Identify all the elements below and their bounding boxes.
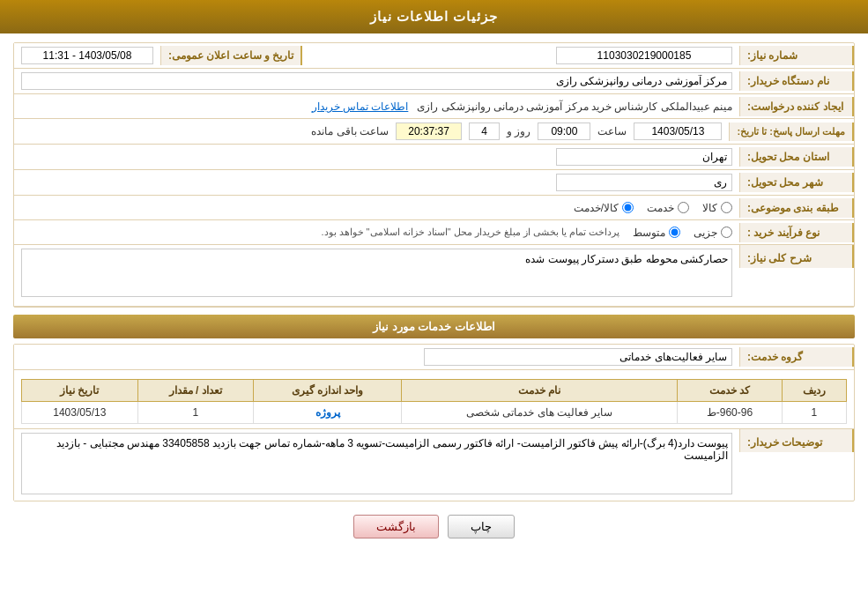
nooe-jozi-option[interactable]: جزیی — [694, 227, 732, 239]
shahr-label: شهر محل تحویل: — [739, 173, 854, 192]
tabaqe-khedmat-label: خدمت — [647, 202, 674, 214]
col-kod: کد خدمت — [678, 380, 782, 402]
tabaqe-label: طبقه بندی موضوعی: — [739, 198, 854, 218]
tabaqe-khedmat-radio[interactable] — [678, 202, 689, 213]
sharh-label: شرح کلی نیاز: — [739, 245, 854, 268]
tozihat-textarea[interactable]: پیوست دارد(4 برگ)-ارائه پیش فاکتور الزام… — [21, 433, 732, 494]
daststgah-label: نام دستگاه خریدار: — [739, 71, 854, 91]
shomara-input[interactable] — [556, 47, 732, 64]
daststgah-input[interactable] — [21, 72, 732, 90]
col-tarikh: تاریخ نیاز — [22, 380, 138, 402]
nooe-motevaset-label: متوسط — [633, 227, 665, 239]
sharh-textarea[interactable]: حصارکشی محوطه طبق دسترکار پیوست شده — [21, 249, 732, 297]
nooe-jozi-label: جزیی — [694, 227, 717, 239]
cell-tedad: 1 — [137, 402, 253, 424]
ijad-value: مینم عبیدالملکی کارشناس خرید مرکز آموزشی… — [417, 100, 732, 113]
page-wrapper: جزئیات اطلاعات نیاز شماره نیاز: تاریخ و … — [0, 0, 868, 609]
shomara-label: شماره نیاز: — [739, 46, 854, 65]
nooe-label: نوع فرآیند خرید : — [739, 223, 854, 242]
chap-button[interactable]: چاپ — [448, 515, 515, 538]
cell-kod: 960-96-ط — [678, 402, 782, 424]
tabaqe-kala-khedmat-option[interactable]: کالا/خدمت — [574, 202, 634, 214]
button-row: چاپ بازگشت — [13, 515, 855, 538]
nooe-jozi-radio[interactable] — [721, 227, 732, 238]
mohlat-baqi-label: ساعت باقی مانده — [311, 125, 389, 137]
page-header: جزئیات اطلاعات نیاز — [0, 0, 868, 33]
ijad-label: ایجاد کننده درخواست: — [739, 97, 854, 116]
mohlat-baqi-input[interactable] — [396, 123, 462, 140]
col-vahed: واحد اندازه گیری — [253, 380, 401, 402]
tarikh-label: تاریخ و ساعت اعلان عمومی: — [160, 46, 302, 65]
ostan-label: استان محل تحویل: — [739, 147, 854, 167]
cell-name: سایر فعالیت های خدماتی شخصی — [402, 402, 678, 424]
grouh-label: گروه خدمت: — [739, 347, 854, 367]
service-section-header: اطلاعات خدمات مورد نیاز — [13, 315, 855, 338]
main-content: شماره نیاز: تاریخ و ساعت اعلان عمومی: نا… — [0, 33, 868, 547]
page-title: جزئیات اطلاعات نیاز — [370, 9, 498, 24]
bazgasht-button[interactable]: بازگشت — [353, 515, 439, 538]
tabaqe-kala-option[interactable]: کالا — [702, 202, 732, 214]
grouh-input[interactable] — [424, 348, 732, 366]
tarikh-input[interactable] — [21, 47, 153, 64]
nooe-desc: پرداخت تمام یا بخشی از مبلغ خریدار محل "… — [321, 227, 619, 238]
col-tedad: تعداد / مقدار — [137, 380, 253, 402]
mohlat-saat-label: ساعت — [597, 125, 627, 137]
ostan-input[interactable] — [556, 148, 732, 166]
mohlat-roz-label: روز و — [507, 125, 530, 137]
nooe-motevaset-radio[interactable] — [669, 227, 680, 238]
tabaqe-kala-label: کالا — [702, 202, 717, 214]
shahr-input[interactable] — [556, 174, 732, 191]
ijad-link[interactable]: اطلاعات تماس خریدار — [312, 100, 409, 113]
col-name: نام خدمت — [402, 380, 678, 402]
mohlat-date-input[interactable] — [634, 123, 722, 140]
service-table: ردیف کد خدمت نام خدمت واحد اندازه گیری ت… — [21, 379, 847, 424]
mohlat-roz-input[interactable] — [469, 123, 500, 140]
cell-tarikh: 1403/05/13 — [22, 402, 138, 424]
tozihat-label: توضیحات خریدار: — [739, 429, 854, 452]
nooe-motevaset-option[interactable]: متوسط — [633, 227, 680, 239]
tabaqe-khedmat-option[interactable]: خدمت — [647, 202, 689, 214]
col-radif: ردیف — [782, 380, 846, 402]
cell-radif: 1 — [782, 402, 846, 424]
mohlat-label: مهلت ارسال پاسخ: تا تاریخ: — [729, 123, 854, 141]
tabaqe-kala-khedmat-radio[interactable] — [622, 202, 634, 213]
cell-vahed: پروژه — [253, 402, 401, 424]
tabaqe-kala-radio[interactable] — [721, 202, 732, 213]
mohlat-saat-input[interactable] — [538, 123, 590, 140]
table-row: 1 960-96-ط سایر فعالیت های خدماتی شخصی پ… — [22, 402, 847, 424]
tabaqe-kala-khedmat-label: کالا/خدمت — [574, 202, 619, 214]
